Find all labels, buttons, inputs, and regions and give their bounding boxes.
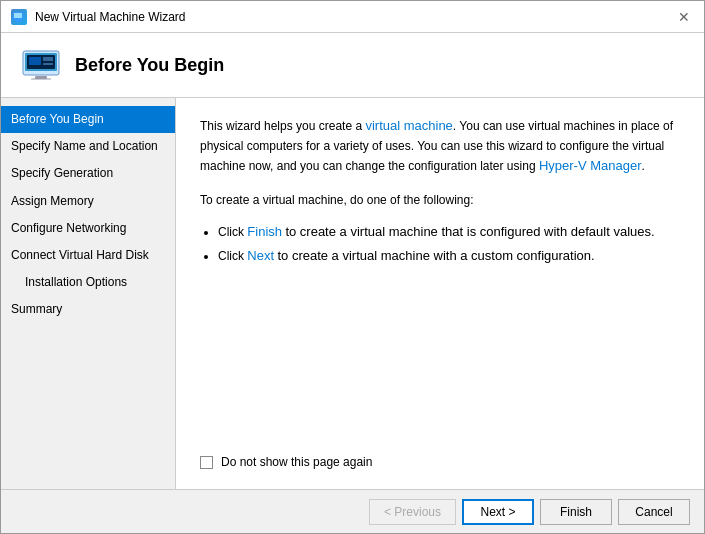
svg-rect-10 bbox=[31, 79, 51, 80]
sidebar-item-summary[interactable]: Summary bbox=[1, 296, 175, 323]
bullet-list: Click Finish to create a virtual machine… bbox=[218, 220, 680, 267]
sidebar-item-hard-disk[interactable]: Connect Virtual Hard Disk bbox=[1, 242, 175, 269]
svg-rect-7 bbox=[43, 57, 53, 61]
content-area: Before You Begin Specify Name and Locati… bbox=[1, 98, 704, 489]
subheading-text: To create a virtual machine, do one of t… bbox=[200, 191, 680, 210]
bullet-finish: Click Finish to create a virtual machine… bbox=[218, 220, 680, 244]
svg-rect-1 bbox=[14, 13, 22, 18]
page-title: Before You Begin bbox=[75, 55, 224, 76]
sidebar-item-memory[interactable]: Assign Memory bbox=[1, 188, 175, 215]
do-not-show-checkbox[interactable] bbox=[200, 456, 213, 469]
hyper-v-link[interactable]: Hyper-V Manager bbox=[539, 158, 642, 173]
cancel-button[interactable]: Cancel bbox=[618, 499, 690, 525]
bullet-finish-post: to create a virtual machine that is conf… bbox=[285, 224, 654, 239]
next-button[interactable]: Next > bbox=[462, 499, 534, 525]
sidebar-item-generation[interactable]: Specify Generation bbox=[1, 160, 175, 187]
window-title: New Virtual Machine Wizard bbox=[35, 10, 674, 24]
svg-rect-6 bbox=[29, 57, 41, 65]
finish-link[interactable]: Finish bbox=[247, 224, 282, 239]
main-content: This wizard helps you create a virtual m… bbox=[176, 98, 704, 489]
virtual-machine-link[interactable]: virtual machine bbox=[365, 118, 452, 133]
header-icon-container bbox=[21, 49, 61, 81]
intro-paragraph: This wizard helps you create a virtual m… bbox=[200, 116, 680, 177]
do-not-show-label: Do not show this page again bbox=[221, 455, 372, 469]
svg-rect-8 bbox=[43, 63, 53, 65]
previous-button[interactable]: < Previous bbox=[369, 499, 456, 525]
sidebar-item-installation[interactable]: Installation Options bbox=[1, 269, 175, 296]
bullet-next: Click Next to create a virtual machine w… bbox=[218, 244, 680, 268]
window-icon bbox=[11, 9, 27, 25]
close-button[interactable]: ✕ bbox=[674, 10, 694, 24]
svg-rect-2 bbox=[15, 20, 21, 22]
title-bar: New Virtual Machine Wizard ✕ bbox=[1, 1, 704, 33]
sidebar-item-before-you-begin[interactable]: Before You Begin bbox=[1, 106, 175, 133]
wizard-window: New Virtual Machine Wizard ✕ Before You … bbox=[0, 0, 705, 534]
bullet-next-post: to create a virtual machine with a custo… bbox=[277, 248, 594, 263]
virtual-machine-icon bbox=[21, 49, 61, 81]
sidebar-item-name-location[interactable]: Specify Name and Location bbox=[1, 133, 175, 160]
page-header: Before You Begin bbox=[1, 33, 704, 98]
footer: < Previous Next > Finish Cancel bbox=[1, 489, 704, 533]
sidebar-item-networking[interactable]: Configure Networking bbox=[1, 215, 175, 242]
do-not-show-area: Do not show this page again bbox=[200, 445, 680, 475]
finish-button[interactable]: Finish bbox=[540, 499, 612, 525]
next-link[interactable]: Next bbox=[247, 248, 274, 263]
sidebar: Before You Begin Specify Name and Locati… bbox=[1, 98, 176, 489]
